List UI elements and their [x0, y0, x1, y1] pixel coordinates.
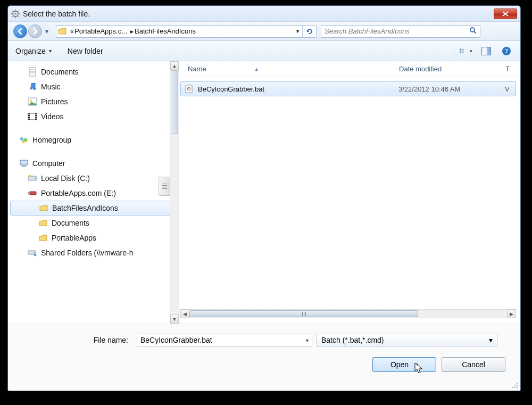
file-row[interactable]: BeCyIconGrabber.bat3/22/2012 10:46 AMV — [180, 81, 516, 96]
disk-icon — [27, 173, 38, 184]
svg-rect-19 — [487, 47, 491, 55]
scroll-down-button[interactable]: ▼ — [170, 315, 179, 324]
breadcrumb-item[interactable]: BatchFilesAndIcons — [134, 27, 197, 35]
chevron-down-icon: ▾ — [49, 48, 52, 54]
svg-text:?: ? — [505, 47, 508, 55]
tree-item[interactable]: Shared Folders (\\vmware-h — [8, 245, 179, 260]
view-options-button[interactable]: ▾ — [460, 45, 472, 57]
open-button[interactable]: Open ▾ — [372, 357, 436, 372]
scroll-track[interactable] — [170, 70, 179, 315]
breadcrumb-dropdown[interactable]: ▾ — [293, 28, 302, 34]
svg-point-1 — [15, 13, 16, 14]
svg-rect-17 — [461, 52, 464, 53]
folder-icon — [56, 26, 68, 37]
svg-rect-36 — [36, 118, 37, 119]
nav-buttons-group: ▾ — [12, 23, 52, 39]
svg-rect-47 — [28, 192, 30, 194]
nav-history-dropdown[interactable]: ▾ — [43, 27, 51, 36]
svg-point-27 — [30, 100, 32, 102]
tree-item-label: Homegroup — [32, 136, 71, 144]
tree-item-label: PortableApps.com (E:) — [41, 189, 116, 197]
app-gear-icon — [11, 10, 20, 18]
svg-line-7 — [18, 15, 19, 16]
svg-point-37 — [20, 137, 23, 140]
sort-ascending-icon: ▲ — [254, 67, 259, 72]
preview-pane-button[interactable] — [480, 45, 493, 57]
file-date: 3/22/2012 10:46 AM — [398, 85, 505, 93]
resize-grip[interactable] — [511, 381, 518, 389]
svg-line-9 — [18, 11, 19, 12]
folder-icon — [38, 218, 48, 228]
organize-menu[interactable]: Organize ▾ — [15, 47, 52, 55]
tree-item[interactable]: BatchFilesAndIcons — [10, 201, 177, 216]
back-button[interactable] — [13, 24, 27, 38]
tree-item[interactable]: Videos — [8, 109, 179, 124]
svg-rect-31 — [29, 114, 30, 115]
chevron-down-icon[interactable]: ▾ — [489, 336, 493, 344]
svg-rect-33 — [29, 118, 30, 119]
bat-file-icon — [184, 84, 194, 94]
svg-rect-15 — [461, 51, 464, 51]
scroll-track[interactable] — [189, 309, 507, 318]
chevron-down-icon: ▾ — [470, 48, 472, 54]
breadcrumb-item[interactable]: PortableApps.c... — [73, 27, 128, 35]
tree-item[interactable]: Computer — [8, 156, 179, 171]
chevron-right-icon[interactable]: ▸ — [128, 28, 134, 35]
tree-item[interactable]: Homegroup — [8, 133, 179, 147]
computer-icon — [19, 158, 29, 169]
folder-tree-pane: DocumentsMusicPicturesVideosHomegroupCom… — [8, 61, 179, 324]
close-icon — [502, 11, 509, 16]
folder-icon — [38, 203, 49, 213]
filename-row: File name: BeCyIconGrabber.bat ▾ Batch (… — [21, 334, 508, 346]
scroll-left-button[interactable]: ◀ — [180, 309, 189, 318]
svg-line-6 — [12, 11, 13, 12]
chevron-down-icon[interactable]: ▾ — [306, 337, 309, 343]
search-placeholder: Search BatchFilesAndIcons — [325, 27, 469, 35]
tree-item[interactable]: PortableApps — [8, 230, 179, 245]
svg-rect-12 — [460, 48, 461, 49]
breadcrumb-overflow[interactable]: « — [68, 28, 73, 35]
scroll-thumb[interactable] — [189, 310, 418, 317]
column-header-date[interactable]: Date modified — [399, 65, 505, 73]
column-header-name[interactable]: Name ▲ — [184, 65, 399, 73]
tree-item[interactable]: Local Disk (C:) — [8, 171, 179, 186]
content-area: DocumentsMusicPicturesVideosHomegroupCom… — [8, 61, 520, 324]
tree-item-label: Documents — [41, 68, 79, 76]
forward-button[interactable] — [28, 24, 42, 38]
split-chevron-down-icon[interactable]: ▾ — [412, 362, 418, 367]
refresh-button[interactable] — [302, 25, 316, 38]
splitter-handle[interactable] — [159, 177, 170, 196]
new-folder-button[interactable]: New folder — [68, 47, 103, 55]
svg-line-11 — [474, 31, 476, 34]
tree-item[interactable]: Documents — [8, 64, 179, 79]
svg-rect-41 — [22, 166, 26, 167]
tree-item-label: Local Disk (C:) — [41, 174, 90, 183]
file-name: BeCyIconGrabber.bat — [198, 85, 398, 93]
tree-item[interactable]: Pictures — [8, 94, 179, 109]
tree-vertical-scrollbar[interactable]: ▲ ▼ — [170, 61, 179, 324]
tree-item-label: Videos — [41, 112, 64, 121]
arrow-left-icon — [16, 28, 24, 35]
tree-item-label: PortableApps — [52, 234, 96, 242]
scroll-up-button[interactable]: ▲ — [170, 61, 179, 70]
svg-point-53 — [188, 88, 189, 89]
breadcrumb[interactable]: « PortableApps.c... ▸ BatchFilesAndIcons… — [56, 25, 317, 38]
help-button[interactable]: ? — [500, 45, 513, 57]
close-button[interactable] — [494, 9, 517, 19]
refresh-icon — [306, 28, 313, 35]
cancel-button[interactable]: Cancel — [442, 357, 505, 372]
tree-item[interactable]: PortableApps.com (E:) — [8, 186, 179, 201]
file-type-filter[interactable]: Batch (*.bat,*.cmd) ▾ — [317, 334, 497, 346]
scroll-thumb[interactable] — [171, 70, 178, 134]
scroll-right-button[interactable]: ▶ — [507, 309, 516, 318]
usb-icon — [27, 188, 38, 199]
filename-input[interactable]: BeCyIconGrabber.bat ▾ — [137, 334, 312, 346]
horizontal-scrollbar[interactable]: ◀ ▶ — [180, 309, 516, 318]
column-header-type[interactable]: T — [505, 65, 520, 73]
organize-label: Organize — [15, 47, 46, 55]
search-input[interactable]: Search BatchFilesAndIcons — [321, 25, 480, 38]
tree-item[interactable]: Music — [8, 79, 179, 94]
svg-rect-42 — [21, 167, 27, 167]
tree-item[interactable]: Documents — [8, 216, 179, 230]
svg-rect-34 — [36, 114, 37, 115]
